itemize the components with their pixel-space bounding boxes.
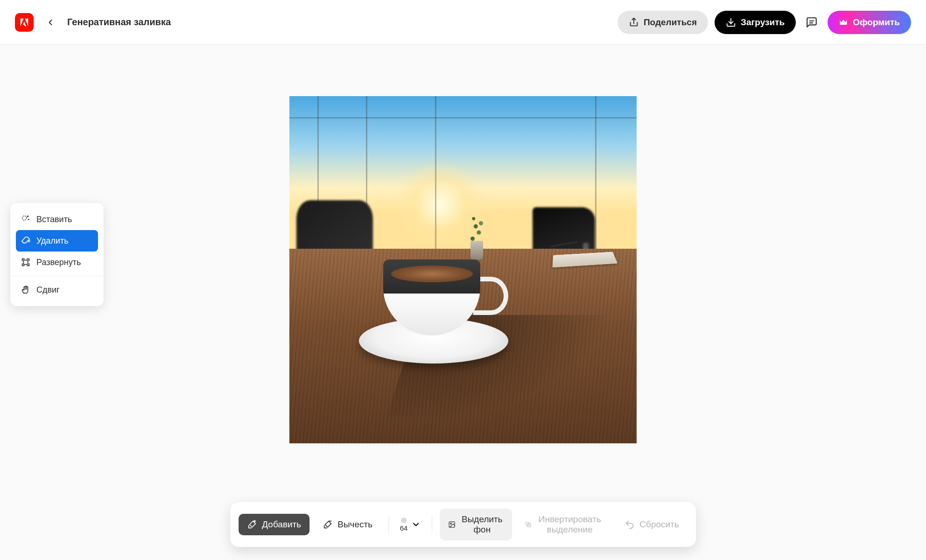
chevron-left-icon	[46, 18, 55, 27]
tool-expand[interactable]: Развернуть	[16, 252, 98, 273]
brush-subtract-label: Вычесть	[337, 519, 372, 530]
image-icon	[448, 519, 456, 530]
app-logo[interactable]	[15, 13, 34, 32]
svg-point-4	[22, 216, 27, 220]
select-background-label: Выделить фон	[460, 514, 504, 535]
chat-icon	[806, 16, 818, 28]
invert-selection-label: Инвертировать выделение	[536, 514, 603, 535]
brush-size-value: 64	[400, 524, 408, 532]
svg-point-7	[450, 523, 452, 525]
crown-icon	[839, 18, 848, 27]
brush-add-label: Добавить	[262, 519, 301, 530]
image-window-frame	[435, 96, 436, 263]
share-label: Поделиться	[644, 17, 697, 28]
canvas-image[interactable]	[289, 96, 637, 443]
reset-button[interactable]: Сбросить	[616, 514, 687, 535]
hand-icon	[21, 285, 31, 295]
toolbar-separator	[432, 515, 432, 534]
tool-expand-label: Развернуть	[36, 258, 81, 267]
download-icon	[726, 17, 736, 28]
tool-pan-label: Сдвиг	[36, 285, 60, 295]
brush-add-icon	[247, 519, 257, 530]
feedback-button[interactable]	[802, 13, 821, 32]
download-button[interactable]: Загрузить	[715, 11, 796, 34]
brush-subtract-icon	[323, 519, 333, 530]
reset-label: Сбросить	[639, 519, 679, 530]
brush-subtract-button[interactable]: Вычесть	[314, 514, 381, 535]
download-label: Загрузить	[741, 17, 785, 28]
invert-selection-button[interactable]: Инвертировать выделение	[517, 509, 612, 540]
upgrade-button[interactable]: Оформить	[828, 11, 911, 34]
undo-icon	[624, 519, 635, 530]
toolbar-separator	[388, 515, 389, 534]
header: Генеративная заливка Поделиться Загрузит…	[0, 0, 926, 45]
tool-divider	[10, 276, 104, 276]
tool-remove-label: Удалить	[36, 236, 69, 246]
tool-insert[interactable]: Вставить	[16, 209, 98, 230]
eraser-icon	[21, 236, 31, 246]
page-title: Генеративная заливка	[67, 17, 171, 28]
adobe-logo-icon	[19, 17, 29, 28]
header-left: Генеративная заливка	[15, 13, 171, 32]
chevron-down-icon	[411, 520, 421, 529]
invert-icon	[526, 519, 532, 530]
upgrade-label: Оформить	[853, 17, 900, 28]
tool-pan[interactable]: Сдвиг	[16, 279, 98, 301]
tool-remove[interactable]: Удалить	[16, 230, 98, 252]
sparkle-plus-icon	[21, 214, 31, 224]
brush-preview-icon	[401, 518, 407, 523]
share-icon	[629, 17, 639, 28]
svg-rect-5	[23, 260, 28, 264]
bottom-toolbar: Добавить Вычесть 64 Выделить фон Инверти…	[230, 502, 696, 547]
brush-add-button[interactable]: Добавить	[239, 514, 309, 535]
tool-insert-label: Вставить	[36, 215, 72, 224]
expand-icon	[21, 257, 31, 267]
share-button[interactable]: Поделиться	[617, 11, 708, 34]
header-right: Поделиться Загрузить Оформить	[617, 11, 911, 34]
image-window-frame	[595, 96, 596, 263]
image-plant	[466, 211, 487, 259]
brush-size-picker[interactable]: 64	[396, 516, 425, 534]
tool-panel: Вставить Удалить Развернуть Сдвиг	[10, 203, 104, 306]
image-window-frame	[289, 117, 637, 119]
select-background-button[interactable]: Выделить фон	[440, 509, 512, 540]
canvas-area	[0, 45, 926, 560]
back-button[interactable]	[43, 15, 58, 30]
